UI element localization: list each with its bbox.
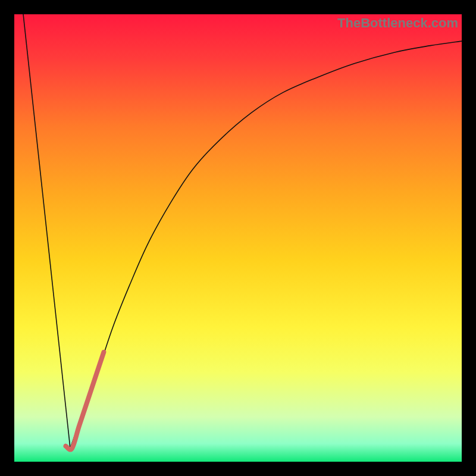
- chart-frame: TheBottleneck.com: [0, 0, 476, 476]
- gradient-background: [14, 14, 462, 462]
- plot-area: TheBottleneck.com: [14, 14, 462, 462]
- chart-svg: [14, 14, 462, 462]
